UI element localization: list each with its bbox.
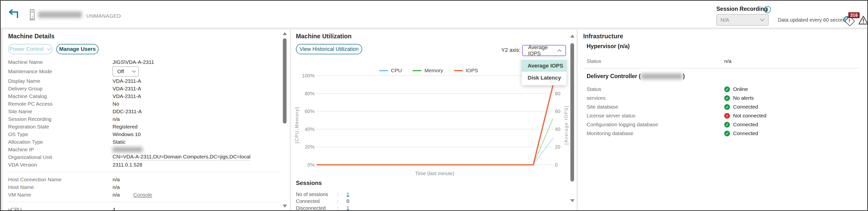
console-link[interactable]: Console: [133, 192, 152, 198]
row-hypervisor-status: Status n/a: [587, 58, 855, 64]
row-vcpu: vCPU 4: [8, 206, 280, 211]
unmanaged-label: UNMANAGED: [86, 13, 121, 19]
legend-label: CPU: [391, 67, 402, 73]
delivery-controller-name-redacted: [641, 73, 682, 79]
delivery-controller-subtitle: Delivery Controller ( ): [587, 73, 685, 80]
view-historical-label: View Historical Utilization: [300, 46, 359, 52]
machine-details-rows: Machine Name JIGS\VDA-A-2311 Maintenance…: [8, 58, 280, 211]
svg-text:80: 80: [555, 91, 560, 96]
scrollbar-thumb[interactable]: [570, 43, 574, 182]
svg-text:40%: 40%: [305, 126, 315, 132]
manage-users-button[interactable]: Manage Users: [56, 44, 98, 54]
view-historical-utilization-button[interactable]: View Historical Utilization: [296, 44, 362, 54]
machine-details-title: Machine Details: [8, 33, 55, 40]
alerts-button[interactable]: ! 316: [844, 14, 857, 27]
warnings-button[interactable]: [858, 15, 868, 26]
status-error-icon: !: [724, 113, 730, 119]
maintenance-mode-select[interactable]: Off: [113, 66, 138, 77]
legend-item-cpu[interactable]: CPU: [379, 67, 402, 73]
legend-item-memory[interactable]: Memory: [413, 67, 443, 73]
legend-label: Memory: [425, 67, 443, 73]
menu-item-disk-latency[interactable]: Disk Latency: [522, 72, 566, 84]
delivery-controller-rows: Status ✓Online services ✓No alerts Site …: [587, 85, 855, 138]
row-vda-version: VDA Version 2311.0.1.528: [8, 161, 280, 169]
machine-utilization-title: Machine Utilization: [296, 33, 351, 40]
info-icon[interactable]: i: [764, 6, 771, 13]
status-ok-icon: ✓: [724, 104, 730, 110]
no-of-sessions-link[interactable]: 1: [346, 191, 349, 197]
y2-axis-label: Y2 axis:: [500, 47, 521, 53]
warning-triangle-icon: [858, 15, 868, 25]
svg-text:0%: 0%: [307, 162, 315, 168]
svg-text:20: 20: [555, 144, 560, 150]
svg-text:[Average IOPS]: [Average IOPS]: [563, 106, 569, 145]
svg-text:100%: 100%: [302, 73, 315, 78]
row-display-name: Display Name VDA-2311-A: [8, 77, 280, 85]
machine-details-panel: Machine Details Power Control Manage Use…: [3, 29, 290, 211]
server-icon: [28, 9, 36, 22]
row-disconnected: Disconnected : 1: [296, 205, 349, 211]
menu-item-average-iops[interactable]: Average IOPS: [522, 60, 566, 72]
sessions-title: Sessions: [296, 180, 322, 186]
scroll-down-arrow[interactable]: [570, 199, 575, 202]
row-machine-catalog: Machine Catalog VDA-2311-A: [8, 92, 280, 100]
back-button[interactable]: [8, 9, 20, 20]
svg-text:20%: 20%: [305, 144, 315, 150]
legend-label: IOPS: [466, 67, 478, 73]
row-delivery-group: Delivery Group VDA-2311-A: [8, 85, 280, 92]
status-ok-icon: ✓: [724, 131, 730, 136]
row-machine-name: Machine Name JIGS\VDA-A-2311: [8, 58, 280, 66]
chevron-down-icon: [760, 19, 765, 21]
chevron-up-icon: [557, 49, 562, 52]
scroll-up-arrow[interactable]: [570, 35, 575, 37]
row-dc-status: Status ✓Online: [587, 85, 855, 94]
row-monitoring-database: Monitoring database ✓Connected: [587, 129, 855, 138]
svg-text:[CPU,Memory]: [CPU,Memory]: [294, 107, 299, 144]
row-vm-name: VM Name n/a Console: [8, 191, 280, 199]
divider: [8, 172, 280, 172]
back-arrow-icon: [8, 9, 20, 20]
legend-swatch: [454, 70, 463, 71]
row-session-recording: Session Recording n/a: [8, 115, 280, 123]
svg-text:Time (last minute): Time (last minute): [415, 171, 454, 176]
svg-text:40: 40: [555, 126, 560, 132]
row-connected: Connected : 0: [296, 198, 349, 205]
row-host-connection-name: Host Connection Name n/a: [8, 176, 280, 183]
maintenance-mode-value: Off: [117, 68, 124, 74]
session-recording-value: N/A: [720, 17, 729, 23]
y2-axis-menu: Average IOPS Disk Latency: [522, 58, 566, 85]
infrastructure-title: Infrastructure: [583, 33, 623, 40]
row-host-name: Host Name n/a: [8, 183, 280, 191]
scrollbar-thumb[interactable]: [283, 38, 286, 124]
left-panel-scrollbar[interactable]: [282, 29, 288, 211]
machine-name-redacted: [38, 11, 82, 18]
divider: [583, 68, 860, 68]
middle-panel-scrollbar[interactable]: [569, 29, 575, 211]
legend-swatch: [379, 70, 388, 71]
machine-details-page: UNMANAGED Session Recording i N/A Data u…: [0, 0, 868, 211]
row-site-name: Site Name DDC-2311-A: [8, 108, 280, 115]
row-machine-ip: Machine IP: [8, 146, 280, 153]
power-control-button[interactable]: Power Control: [8, 44, 52, 54]
row-organizational-unit: Organizational Unit CN=VDA-A-2311,OU=Dom…: [8, 153, 280, 161]
chevron-down-icon: [132, 70, 136, 73]
status-ok-icon: ✓: [724, 122, 730, 127]
disconnected-sessions-link[interactable]: 1: [346, 205, 349, 211]
y2-axis-select[interactable]: Average IOPS: [522, 45, 566, 56]
row-no-of-sessions: No of sessions : 1: [296, 191, 349, 198]
scroll-up-arrow[interactable]: [283, 32, 287, 35]
manage-users-label: Manage Users: [59, 46, 96, 52]
status-ok-icon: ✓: [724, 87, 730, 92]
svg-text:60%: 60%: [305, 109, 315, 114]
row-allocation-type: Allocation Type Static: [8, 138, 280, 146]
scroll-down-arrow[interactable]: [283, 205, 287, 208]
legend-item-iops[interactable]: IOPS: [454, 67, 478, 73]
power-control-label: Power Control: [9, 46, 43, 52]
chevron-down-icon: [47, 48, 51, 51]
svg-text:80%: 80%: [305, 91, 315, 96]
session-recording-select[interactable]: N/A: [716, 14, 769, 26]
status-ok-icon: ✓: [724, 95, 730, 101]
row-site-database: Site database ✓Connected: [587, 102, 855, 111]
infrastructure-panel: Infrastructure Hypervisor (n/a) Status n…: [578, 29, 867, 211]
machine-utilization-panel: Machine Utilization View Historical Util…: [291, 29, 577, 211]
